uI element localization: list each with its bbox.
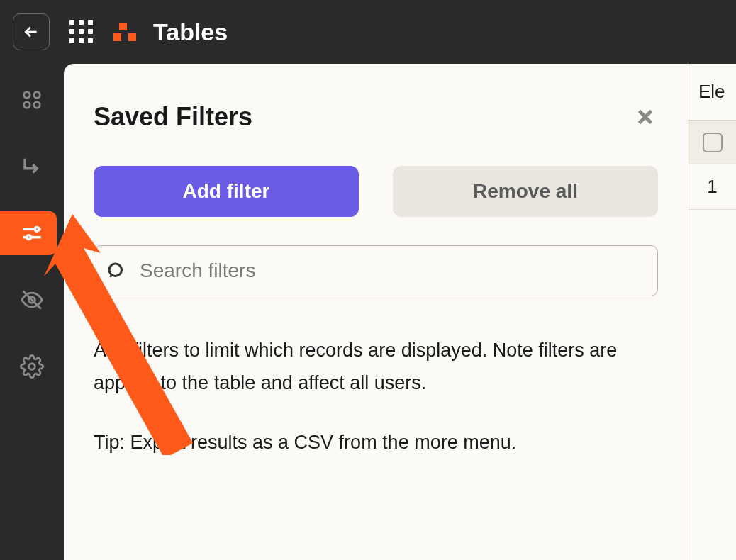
row-number-cell[interactable]: 1 <box>688 164 736 210</box>
sidebar-item-flow[interactable] <box>0 145 57 189</box>
svg-point-7 <box>29 364 35 370</box>
circles-icon <box>20 88 44 112</box>
remove-all-button[interactable]: Remove all <box>393 166 658 217</box>
search-icon <box>106 260 127 281</box>
arrow-left-icon <box>22 23 40 41</box>
sidebar-item-hidden[interactable] <box>0 278 57 322</box>
sub-arrow-icon <box>20 155 44 179</box>
svg-point-0 <box>24 92 30 99</box>
app-title: Tables <box>153 18 228 46</box>
close-icon <box>633 105 657 129</box>
svg-point-4 <box>35 228 39 232</box>
button-row: Add filter Remove all <box>94 166 658 217</box>
help-paragraph-1: Add filters to limit which records are d… <box>94 335 658 400</box>
svg-point-1 <box>34 92 40 99</box>
sliders-icon <box>20 221 44 245</box>
filters-panel: Saved Filters Add filter Remove all Add … <box>64 64 688 560</box>
svg-point-5 <box>27 235 31 240</box>
sidebar-item-settings[interactable] <box>0 345 57 388</box>
sidebar-rail <box>0 64 64 560</box>
back-button[interactable] <box>13 13 50 50</box>
topbar: Tables <box>0 0 736 64</box>
svg-point-3 <box>34 102 40 108</box>
sidebar-item-apps[interactable] <box>0 78 57 122</box>
search-filters-field[interactable] <box>94 245 658 296</box>
help-paragraph-2: Tip: Export results as a CSV from the mo… <box>94 427 658 459</box>
panel-title: Saved Filters <box>94 102 252 132</box>
add-filter-button[interactable]: Add filter <box>94 166 359 217</box>
checkbox[interactable] <box>703 133 723 152</box>
search-input[interactable] <box>140 259 646 282</box>
close-button[interactable] <box>632 104 658 130</box>
right-table-sliver: Ele 1 <box>688 64 736 560</box>
table-column-header[interactable]: Ele <box>688 64 736 121</box>
svg-point-8 <box>109 264 122 276</box>
help-text: Add filters to limit which records are d… <box>94 335 658 459</box>
gear-icon <box>20 354 44 379</box>
panel-header: Saved Filters <box>94 102 658 132</box>
eye-off-icon <box>20 288 44 312</box>
select-all-row[interactable] <box>688 121 736 164</box>
brand-logo[interactable] <box>113 23 136 41</box>
svg-point-2 <box>24 102 30 108</box>
apps-grid-icon[interactable] <box>69 20 94 44</box>
sidebar-item-filters[interactable] <box>0 211 57 255</box>
